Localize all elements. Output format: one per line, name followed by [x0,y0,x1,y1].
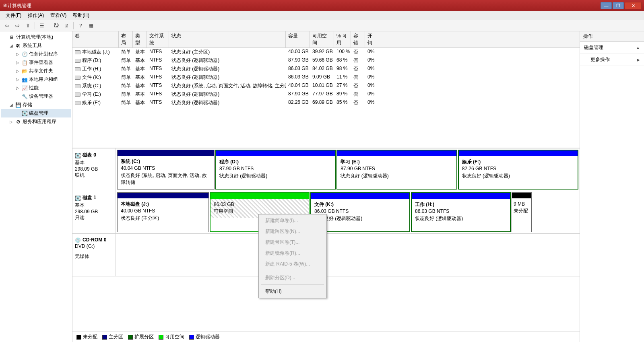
storage-icon [15,102,21,108]
tree-shared-folders[interactable]: ▷共享文件夹 [1,67,71,75]
disk-0-row: 💽磁盘 0 基本 298.09 GB 联机 系统 (C:)40.04 GB NT… [72,148,580,191]
ctx-new-spanned-volume[interactable]: 新建跨区卷(N)... [260,226,326,237]
menu-file[interactable]: 文件(F) [2,11,25,20]
col-capacity[interactable]: 容量 [286,31,310,47]
tree-label: 性能 [29,84,39,91]
tree-system-tools[interactable]: ◢🛠系统工具 [1,41,71,50]
col-type[interactable]: 类型 [133,31,147,47]
tree-root[interactable]: 计算机管理(本地) [1,33,71,41]
col-volume[interactable]: 卷 [72,31,119,47]
disk-0-title: 磁盘 0 [83,152,96,159]
ctx-separator [261,271,324,271]
part-size: 40.04 GB NTFS [121,165,211,172]
ctx-new-mirrored-volume[interactable]: 新建镜像卷(R)... [260,248,326,259]
tree-disk-management[interactable]: 磁盘管理 [1,109,71,117]
part-name: 工作 (H:) [415,201,507,208]
tree-local-users[interactable]: ▷本地用户和组 [1,75,71,84]
tools-icon: 🛠 [15,43,21,49]
volume-row[interactable]: 学习 (E:)简单基本NTFS状态良好 (逻辑驱动器)87.90 GB77.97… [72,90,580,99]
share-icon [21,68,28,74]
part-name: 文件 (K:) [314,201,406,208]
part-status: 状态良好 (逻辑驱动器) [219,173,332,179]
volume-row[interactable]: 本地磁盘 (J:)简单基本NTFS状态良好 (主分区)40.00 GB39.92… [72,48,580,56]
partition-h[interactable]: 工作 (H:)86.03 GB NTFS状态良好 (逻辑驱动器) [411,192,511,232]
toolbar-separator [49,22,49,29]
disk-0-size: 298.09 GB [75,166,113,172]
partition-c[interactable]: 系统 (C:)40.04 GB NTFS状态良好 (系统, 启动, 页面文件, … [117,150,215,190]
tree-event-viewer[interactable]: ▷事件查看器 [1,58,71,67]
menubar: 文件(F) 操作(A) 查看(V) 帮助(H) [0,11,644,20]
part-size: 87.90 GB NTFS [341,165,453,172]
cdrom-state: 无媒体 [75,253,113,260]
export-button[interactable]: 🗎 [62,21,71,30]
col-layout[interactable]: 布局 [119,31,133,47]
ctx-new-raid5-volume[interactable]: 新建 RAID-5 卷(W)... [260,259,326,270]
partition-d[interactable]: 程序 (D:)87.90 GB NTFS状态良好 (逻辑驱动器) [215,150,336,190]
actions-section-diskmgmt[interactable]: 磁盘管理 ▲ [580,42,644,54]
disk-0-info[interactable]: 💽磁盘 0 基本 298.09 GB 联机 [72,148,116,191]
computer-icon [8,34,15,41]
close-button[interactable]: ✕ [625,2,642,9]
col-status[interactable]: 状态 [169,31,286,47]
actions-title: 操作 [580,31,644,42]
col-percent[interactable]: % 可用 [334,31,351,47]
volume-list-header: 卷 布局 类型 文件系统 状态 容量 可用空间 % 可用 容错 开销 [72,31,580,48]
minimize-button[interactable]: — [601,2,612,9]
refresh-button[interactable]: 🗘 [52,21,60,30]
extra-button[interactable]: ▦ [87,21,95,30]
volume-row[interactable]: 系统 (C:)简单基本NTFS状态良好 (系统, 启动, 页面文件, 活动, 故… [72,82,580,90]
tree-label: 任务计划程序 [29,51,58,58]
ctx-delete-partition[interactable]: 删除分区(D)... [260,272,326,283]
help-button[interactable]: ？ [76,21,85,30]
part-size: 86.03 GB [214,201,305,208]
legend-extended: 扩展分区 [128,334,154,340]
navigation-tree: 计算机管理(本地) ◢🛠系统工具 ▷任务计划程序 ▷事件查看器 ▷共享文件夹 ▷… [0,31,72,342]
part-size: 87.90 GB NTFS [219,165,332,172]
part-size: 86.03 GB NTFS [314,208,406,215]
partition-unallocated[interactable]: 9 MB未分配 [512,192,532,232]
col-free[interactable]: 可用空间 [310,31,334,47]
legend-unallocated: 未分配 [76,334,97,340]
cdrom-info[interactable]: 💿CD-ROM 0 DVD (G:) 无媒体 [72,234,116,276]
col-overhead[interactable]: 开销 [365,31,379,47]
forward-button[interactable]: ⇨ [13,21,22,30]
partition-j[interactable]: 本地磁盘 (J:)40.00 GB NTFS状态良好 (主分区) [117,192,209,232]
volume-row[interactable]: 娱乐 (F:)简单基本NTFS状态良好 (逻辑驱动器)82.26 GB69.89… [72,99,580,107]
up-button[interactable]: ⇧ [23,21,32,30]
disk-1-info[interactable]: 💽磁盘 1 基本 298.09 GB 只读 [72,191,116,233]
menu-action[interactable]: 操作(A) [25,11,47,20]
ctx-separator [261,284,324,285]
maximize-button[interactable]: ❐ [613,2,624,9]
stripe-primary [118,150,214,156]
partition-e[interactable]: 学习 (E:)87.90 GB NTFS状态良好 (逻辑驱动器) [336,150,457,190]
tree-task-scheduler[interactable]: ▷任务计划程序 [1,50,71,58]
disk-1-type: 基本 [75,202,113,209]
col-fault[interactable]: 容错 [351,31,365,47]
volume-row[interactable]: 工作 (H:)简单基本NTFS状态良好 (逻辑驱动器)86.03 GB84.02… [72,65,580,73]
volume-row[interactable]: 程序 (D:)简单基本NTFS状态良好 (逻辑驱动器)87.90 GB59.66… [72,56,580,65]
actions-pane: 操作 磁盘管理 ▲ 更多操作 ▶ [580,31,644,342]
part-name: 本地磁盘 (J:) [121,201,205,208]
legend-primary: 主分区 [102,334,123,340]
tree-label: 存储 [23,101,32,108]
ctx-new-striped-volume[interactable]: 新建带区卷(T)... [260,237,326,248]
menu-view[interactable]: 查看(V) [47,11,70,20]
part-size: 82.26 GB NTFS [462,165,574,172]
tree-storage[interactable]: ◢存储 [1,101,71,109]
actions-more[interactable]: 更多操作 ▶ [580,54,644,66]
ctx-help[interactable]: 帮助(H) [260,286,326,297]
part-status: 状态良好 (逻辑驱动器) [415,215,507,222]
tree-label: 磁盘管理 [29,110,48,117]
tree-services-apps[interactable]: ▷服务和应用程序 [1,117,71,126]
tree-device-manager[interactable]: 设备管理器 [1,92,71,101]
volume-row[interactable]: 文件 (K:)简单基本NTFS状态良好 (逻辑驱动器)86.03 GB9.09 … [72,73,580,82]
properties-button[interactable]: ☰ [37,21,46,30]
performance-icon [21,85,28,91]
menu-help[interactable]: 帮助(H) [70,11,93,20]
ctx-new-simple-volume[interactable]: 新建简单卷(I)... [260,215,326,226]
stripe-freespace [211,193,309,199]
back-button[interactable]: ⇦ [2,21,11,30]
partition-f[interactable]: 娱乐 (F:)82.26 GB NTFS状态良好 (逻辑驱动器) [458,150,578,190]
col-filesystem[interactable]: 文件系统 [147,31,169,47]
tree-performance[interactable]: ▷性能 [1,84,71,92]
